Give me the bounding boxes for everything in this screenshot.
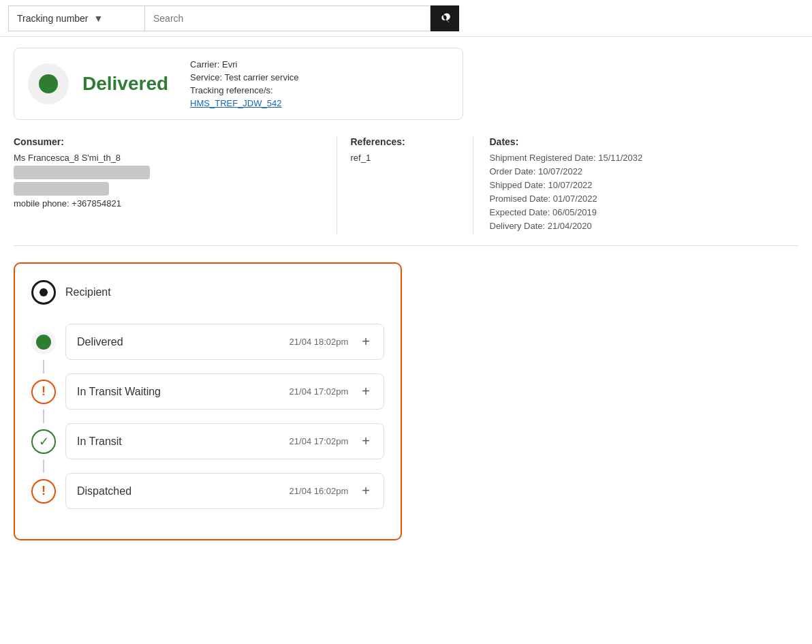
consumer-postcode-blurred: [14, 182, 109, 196]
expand-event-button[interactable]: +: [359, 334, 373, 350]
dates-list: Shipment Registered Date: 15/11/2032Orde…: [490, 153, 799, 231]
event-name: Dispatched: [77, 485, 131, 497]
tracking-ref-label-line: Tracking reference/s:: [190, 85, 298, 95]
service-value: Test carrier service: [224, 72, 298, 82]
consumer-address-blurred: [14, 166, 150, 179]
event-card: Dispatched21/04 16:02pm+: [65, 473, 384, 509]
dates-label: Dates:: [490, 136, 799, 147]
references-column: References: ref_1: [337, 136, 473, 234]
event-right: 21/04 17:02pm+: [290, 433, 373, 449]
timeline-connector: [43, 410, 44, 423]
event-time: 21/04 18:02pm: [290, 337, 349, 347]
green-check-icon: ✓: [31, 429, 56, 454]
event-card: In Transit21/04 17:02pm+: [65, 423, 384, 459]
consumer-column: Consumer: Ms Francesca_8 S'mi_th_8 mobil…: [14, 136, 337, 234]
details-section: Consumer: Ms Francesca_8 S'mi_th_8 mobil…: [14, 136, 798, 246]
date-line: Expected Date: 06/05/2019: [490, 207, 799, 217]
event-right: 21/04 16:02pm+: [290, 483, 373, 499]
carrier-value: Evri: [222, 59, 237, 70]
timeline-item: !In Transit Waiting21/04 17:02pm+: [31, 373, 384, 410]
phone-value: +367854821: [72, 198, 121, 209]
service-label: Service:: [190, 72, 222, 82]
delivery-card: Delivered Carrier: Evri Service: Test ca…: [14, 48, 463, 120]
search-button[interactable]: [431, 5, 459, 31]
date-line: Shipment Registered Date: 15/11/2032: [490, 153, 799, 163]
consumer-label: Consumer:: [14, 136, 323, 147]
timeline-section: Recipient Delivered21/04 18:02pm+!In Tra…: [14, 262, 402, 540]
date-line: Shipped Date: 10/07/2022: [490, 180, 799, 190]
consumer-name: Ms Francesca_8 S'mi_th_8: [14, 153, 323, 163]
delivery-status-text: Delivered: [82, 73, 168, 95]
tracking-dropdown-label: Tracking number: [17, 13, 89, 24]
service-line: Service: Test carrier service: [190, 72, 298, 82]
search-input[interactable]: [144, 5, 431, 31]
carrier-line: Carrier: Evri: [190, 59, 298, 70]
recipient-icon-inner: [40, 288, 48, 296]
timeline-item: ✓In Transit21/04 17:02pm+: [31, 423, 384, 459]
event-name: In Transit Waiting: [77, 386, 161, 398]
search-icon: [439, 13, 450, 24]
phone-label: mobile phone:: [14, 198, 69, 209]
dates-column: Dates: Shipment Registered Date: 15/11/2…: [473, 136, 799, 234]
timeline-connector: [43, 459, 44, 473]
date-line: Promised Date: 01/07/2022: [490, 194, 799, 204]
references-label: References:: [351, 136, 459, 147]
status-circle: [28, 63, 69, 104]
carrier-label: Carrier:: [190, 59, 219, 70]
date-line: Order Date: 10/07/2022: [490, 166, 799, 177]
recipient-label: Recipient: [65, 286, 111, 298]
header: Tracking number ▼: [0, 0, 812, 37]
event-time: 21/04 16:02pm: [290, 486, 349, 496]
tracking-dropdown[interactable]: Tracking number ▼: [8, 5, 144, 31]
timeline-connector: [43, 360, 44, 373]
orange-exclaim-icon: !: [31, 479, 56, 504]
timeline-item: Delivered21/04 18:02pm+: [31, 324, 384, 360]
event-card: In Transit Waiting21/04 17:02pm+: [65, 373, 384, 410]
event-right: 21/04 17:02pm+: [290, 384, 373, 399]
expand-event-button[interactable]: +: [359, 483, 373, 499]
date-line: Delivery Date: 21/04/2020: [490, 221, 799, 231]
timeline-item: !Dispatched21/04 16:02pm+: [31, 473, 384, 509]
consumer-phone: mobile phone: +367854821: [14, 198, 323, 209]
event-time: 21/04 17:02pm: [290, 386, 349, 397]
chevron-down-icon: ▼: [94, 13, 104, 24]
timeline-events-list: Delivered21/04 18:02pm+!In Transit Waiti…: [31, 324, 384, 523]
expand-event-button[interactable]: +: [359, 384, 373, 399]
event-card: Delivered21/04 18:02pm+: [65, 324, 384, 360]
event-time: 21/04 17:02pm: [290, 436, 349, 446]
status-dot: [39, 74, 58, 93]
event-name: In Transit: [77, 435, 122, 448]
event-name: Delivered: [77, 336, 123, 348]
card-info: Carrier: Evri Service: Test carrier serv…: [190, 59, 298, 108]
expand-event-button[interactable]: +: [359, 433, 373, 449]
orange-exclaim-icon: !: [31, 380, 56, 404]
reference-value: ref_1: [351, 153, 459, 163]
green-dot-icon: [31, 330, 56, 354]
tracking-ref-link[interactable]: HMS_TREF_JDW_542: [190, 98, 298, 108]
recipient-row: Recipient: [31, 280, 384, 305]
main-content: Delivered Carrier: Evri Service: Test ca…: [0, 37, 812, 551]
recipient-icon: [31, 280, 56, 305]
event-right: 21/04 18:02pm+: [290, 334, 373, 350]
